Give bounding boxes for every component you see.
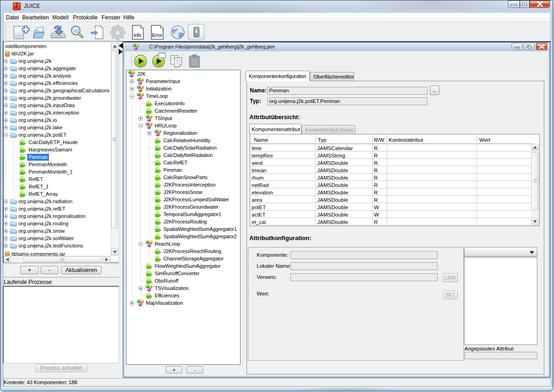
svg-text:Error: Error xyxy=(152,33,163,38)
svg-text:Info: Info xyxy=(133,33,141,38)
